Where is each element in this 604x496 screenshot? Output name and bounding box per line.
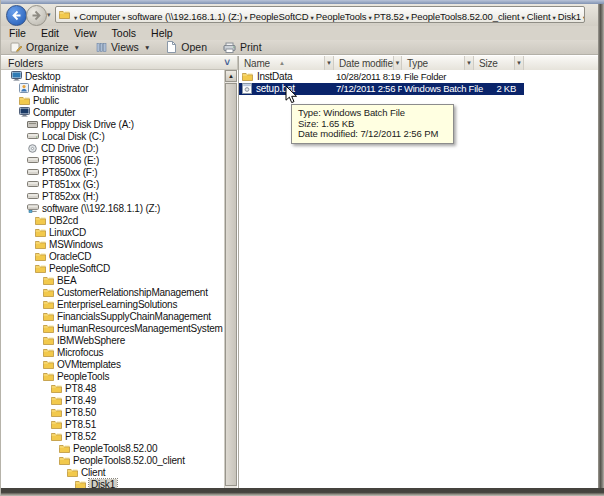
tree-item[interactable]: MSWindows bbox=[1, 238, 224, 250]
tree-item[interactable]: PeopleTools8.52.00 bbox=[1, 442, 224, 454]
tree-item[interactable]: PT852xx (H:) bbox=[1, 190, 224, 202]
breadcrumb-item[interactable]: PT8.52 bbox=[374, 11, 404, 22]
tree-item[interactable]: PT851xx (G:) bbox=[1, 178, 224, 190]
tree-item[interactable]: Administrator bbox=[1, 82, 224, 94]
tree-item[interactable]: Desktop bbox=[1, 70, 224, 82]
breadcrumb-separator-icon[interactable]: ▾ bbox=[311, 14, 314, 21]
menu-item-edit[interactable]: Edit bbox=[34, 27, 67, 39]
column-header-size[interactable]: Size▼ bbox=[474, 56, 524, 70]
breadcrumb-separator-icon[interactable]: ▾ bbox=[244, 14, 247, 21]
tree-item[interactable]: LinuxCD bbox=[1, 226, 224, 238]
collapse-chevron-icon[interactable]: ˅ bbox=[224, 59, 230, 67]
breadcrumb-separator-icon[interactable]: ▾ bbox=[583, 14, 585, 21]
column-filter-dropdown-icon[interactable]: ▼ bbox=[393, 56, 401, 70]
breadcrumb-item[interactable]: PeopleTools bbox=[316, 11, 367, 22]
forward-button[interactable] bbox=[26, 5, 47, 26]
tree-item[interactable]: OracleCD bbox=[1, 250, 224, 262]
tree-item[interactable]: BEA bbox=[1, 274, 224, 286]
toolbar-button-views[interactable]: Views▼ bbox=[96, 41, 150, 53]
tree-item[interactable]: PeopleSoftCD bbox=[1, 262, 224, 274]
tree-item-label: PT8.49 bbox=[65, 395, 96, 406]
folder-tree: DesktopAdministratorPublicComputerFloppy… bbox=[1, 70, 224, 488]
tree-item[interactable]: PeopleTools8.52.00_client bbox=[1, 454, 224, 466]
breadcrumb-separator-icon[interactable]: ▾ bbox=[122, 14, 125, 21]
column-filter-dropdown-icon[interactable]: ▼ bbox=[324, 56, 333, 70]
tree-item[interactable]: OVMtemplates bbox=[1, 358, 224, 370]
tree-item[interactable]: PeopleTools bbox=[1, 370, 224, 382]
tree-item[interactable]: PT8.49 bbox=[1, 394, 224, 406]
column-header-type[interactable]: Type▼ bbox=[402, 56, 474, 70]
folders-pane-header[interactable]: Folders ˅ bbox=[1, 56, 238, 70]
folder-icon bbox=[43, 324, 54, 333]
tree-item[interactable]: DB2cd bbox=[1, 214, 224, 226]
menu-item-help[interactable]: Help bbox=[144, 27, 181, 39]
desktop-icon bbox=[11, 71, 22, 81]
tree-item[interactable]: CD Drive (D:) bbox=[1, 142, 224, 154]
toolbar-button-open[interactable]: Open bbox=[166, 41, 207, 53]
scroll-up-button[interactable]: ▲ bbox=[225, 70, 237, 82]
menu-item-view[interactable]: View bbox=[67, 27, 105, 39]
toolbar: Organize▼Views▼OpenPrint bbox=[1, 40, 598, 55]
tree-item[interactable]: PT85006 (E:) bbox=[1, 154, 224, 166]
breadcrumb-item[interactable]: Disk1 bbox=[558, 11, 581, 22]
tree-item[interactable]: Local Disk (C:) bbox=[1, 130, 224, 142]
tree-item[interactable]: Computer bbox=[1, 106, 224, 118]
drive-icon bbox=[27, 180, 39, 188]
toolbar-button-label: Print bbox=[240, 41, 262, 53]
drive-icon bbox=[27, 156, 39, 164]
column-header-label: Name bbox=[239, 58, 270, 69]
tree-item[interactable]: Floppy Disk Drive (A:) bbox=[1, 118, 224, 130]
menu-item-file[interactable]: File bbox=[2, 27, 34, 39]
column-filter-dropdown-icon[interactable]: ▼ bbox=[514, 56, 523, 70]
tree-item[interactable]: Microfocus bbox=[1, 346, 224, 358]
column-header-name[interactable]: Name▲▼ bbox=[239, 56, 334, 70]
recent-pages-dropdown[interactable]: ▾ bbox=[47, 11, 51, 19]
toolbar-button-label: Views bbox=[111, 41, 139, 53]
folder-icon bbox=[67, 468, 78, 477]
menu-item-tools[interactable]: Tools bbox=[105, 27, 145, 39]
sort-ascending-icon: ▲ bbox=[279, 60, 285, 66]
tree-item[interactable]: EnterpriseLearningSolutions bbox=[1, 298, 224, 310]
breadcrumb-item[interactable]: Computer bbox=[79, 11, 120, 22]
tree-item[interactable]: Public bbox=[1, 94, 224, 106]
breadcrumb-item[interactable]: Client bbox=[527, 11, 551, 22]
tree-item-label: Microfocus bbox=[57, 347, 103, 358]
tree-scrollbar[interactable]: ▲ bbox=[224, 70, 237, 488]
tree-item[interactable]: CustomerRelationshipManagement bbox=[1, 286, 224, 298]
column-header-date-modified[interactable]: Date modified▼ bbox=[334, 56, 402, 70]
scrollbar-thumb[interactable] bbox=[225, 83, 237, 486]
tree-item[interactable]: software (\\192.168.1.1) (Z:) bbox=[1, 202, 224, 214]
back-button[interactable] bbox=[6, 5, 27, 26]
tree-item[interactable]: HumanResourcesManagementSystem bbox=[1, 322, 224, 334]
toolbar-button-print[interactable]: Print bbox=[223, 41, 262, 53]
tree-item[interactable]: FinancialsSupplyChainManagement bbox=[1, 310, 224, 322]
toolbar-button-organize[interactable]: Organize▼ bbox=[10, 41, 80, 53]
breadcrumb-separator-icon[interactable]: ▾ bbox=[406, 14, 409, 21]
tree-item[interactable]: PT8.48 bbox=[1, 382, 224, 394]
breadcrumb-separator-icon[interactable]: ▾ bbox=[369, 14, 372, 21]
file-row[interactable]: InstData10/28/2011 8:19…File Folder bbox=[239, 70, 598, 83]
breadcrumb-separator-icon[interactable]: ▾ bbox=[522, 14, 525, 21]
breadcrumb-item[interactable]: PeopleSoftCD bbox=[250, 11, 309, 22]
tree-item[interactable]: PT8.52 bbox=[1, 430, 224, 442]
breadcrumb[interactable]: ▾Computer▾software (\\192.168.1.1) (Z:)▾… bbox=[55, 6, 585, 23]
file-type-cell: Windows Batch File bbox=[402, 83, 474, 94]
breadcrumb-separator-icon[interactable]: ▾ bbox=[74, 14, 77, 21]
folder-icon bbox=[242, 72, 253, 81]
column-filter-dropdown-icon[interactable]: ▼ bbox=[464, 56, 473, 70]
tree-item-label: Administrator bbox=[32, 83, 88, 94]
column-headers: Name▲▼Date modified▼Type▼Size▼ bbox=[239, 56, 598, 70]
breadcrumb-separator-icon[interactable]: ▾ bbox=[552, 14, 555, 21]
tree-item[interactable]: PT850xx (F:) bbox=[1, 166, 224, 178]
tree-item[interactable]: PT8.51 bbox=[1, 418, 224, 430]
tree-item[interactable]: IBMWebSphere bbox=[1, 334, 224, 346]
tree-item-label: PT8.48 bbox=[65, 383, 96, 394]
tree-item[interactable]: Disk1 bbox=[1, 478, 224, 488]
breadcrumb-item[interactable]: PeopleTools8.52.00_client bbox=[411, 11, 519, 22]
folder-icon bbox=[35, 228, 46, 237]
network-drive-icon bbox=[27, 204, 39, 213]
tree-item[interactable]: Client bbox=[1, 466, 224, 478]
breadcrumb-item[interactable]: software (\\192.168.1.1) (Z:) bbox=[127, 11, 242, 22]
tree-item[interactable]: PT8.50 bbox=[1, 406, 224, 418]
file-row[interactable]: setup.bat7/12/2011 2:56 PMWindows Batch … bbox=[239, 83, 524, 96]
